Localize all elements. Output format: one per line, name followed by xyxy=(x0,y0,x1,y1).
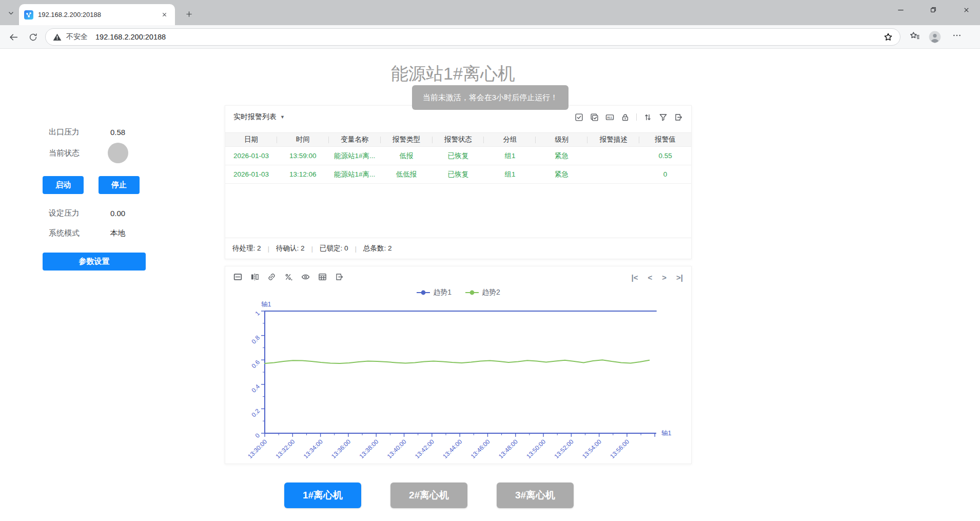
alarm-cell xyxy=(587,165,639,183)
column-header[interactable]: 分组 xyxy=(484,133,536,146)
field-label: 当前状态 xyxy=(43,148,90,158)
tab-search-chevron-button[interactable] xyxy=(3,5,18,21)
check-square-multiple-icon[interactable] xyxy=(590,113,599,122)
window-close-button[interactable] xyxy=(956,2,976,17)
alarm-panel: 实时报警列表 ▼ ALL 日期时间变量名称报警类型报警状态分组级别报警描述报警值… xyxy=(225,105,692,259)
lock-icon[interactable] xyxy=(621,113,630,122)
alarm-table-row[interactable]: 2026-01-0313:12:06能源站1#离...低低报已恢复组1紧急0 xyxy=(225,165,691,184)
alarm-cell: 2026-01-03 xyxy=(225,165,277,183)
export-icon[interactable] xyxy=(674,113,683,122)
alarm-cell: 低低报 xyxy=(381,165,433,183)
alarm-cell: 低报 xyxy=(381,147,433,165)
params-settings-button[interactable]: 参数设置 xyxy=(43,253,146,271)
svg-text:0.2: 0.2 xyxy=(250,407,261,418)
window-minimize-button[interactable] xyxy=(891,2,910,17)
url-text[interactable]: 192.168.2.200:20188 xyxy=(95,33,884,41)
legend-item[interactable]: 趋势2 xyxy=(465,288,500,297)
address-bar[interactable]: 不安全 192.168.2.200:20188 xyxy=(45,28,900,46)
field-label: 设定压力 xyxy=(43,208,90,218)
column-header[interactable]: 报警类型 xyxy=(381,133,433,146)
legend-marker xyxy=(416,290,430,295)
window-controls xyxy=(891,2,976,17)
alarm-table-row[interactable]: 2026-01-0313:59:00能源站1#离...低报已恢复组1紧急0.55 xyxy=(225,147,691,165)
link-icon[interactable] xyxy=(267,273,276,281)
field-row: 系统模式本地 xyxy=(43,227,146,239)
alarm-cell: 组1 xyxy=(484,165,536,183)
alarm-table-header: 日期时间变量名称报警类型报警状态分组级别报警描述报警值 xyxy=(225,132,691,147)
centrifuge-3-button[interactable]: 3#离心机 xyxy=(497,483,574,508)
svg-text:13:38:00: 13:38:00 xyxy=(358,438,380,460)
split-view-icon[interactable] xyxy=(250,273,259,281)
svg-text:13:56:00: 13:56:00 xyxy=(609,438,631,460)
browser-tabstrip: 192.168.2.200:20188 xyxy=(0,0,980,25)
panel-box-icon[interactable] xyxy=(233,273,242,281)
column-header[interactable]: 报警状态 xyxy=(433,133,484,146)
alarm-stats-bar: 待处理: 2|待确认: 2|已锁定: 0|总条数: 2 xyxy=(225,238,691,259)
alarm-list-title: 实时报警列表 xyxy=(233,112,277,122)
svg-text:13:34:00: 13:34:00 xyxy=(302,438,324,460)
refresh-button[interactable] xyxy=(25,29,41,45)
tab-title: 192.168.2.200:20188 xyxy=(38,11,154,18)
legend-item[interactable]: 趋势1 xyxy=(416,288,452,297)
page-last-button[interactable]: >| xyxy=(676,272,683,284)
page-next-button[interactable]: > xyxy=(662,272,667,284)
stats-separator: | xyxy=(311,245,313,253)
tab-close-icon[interactable] xyxy=(159,9,170,21)
all-box-icon[interactable]: ALL xyxy=(605,113,614,122)
svg-text:13:42:00: 13:42:00 xyxy=(414,438,436,460)
alarm-cell: 紧急 xyxy=(536,147,587,165)
column-header[interactable]: 报警描述 xyxy=(587,133,639,146)
toast-message: 当前未激活，将会在3小时后停止运行！ xyxy=(412,85,569,110)
svg-text:13:30:00: 13:30:00 xyxy=(246,438,268,460)
svg-text:13:36:00: 13:36:00 xyxy=(330,438,352,460)
svg-text:轴1: 轴1 xyxy=(661,430,672,437)
alarm-cell: 已恢复 xyxy=(433,165,484,183)
more-menu-icon[interactable] xyxy=(952,31,962,40)
eye-icon[interactable] xyxy=(301,273,310,281)
page-prev-button[interactable]: < xyxy=(648,272,653,284)
percent-icon[interactable] xyxy=(284,273,293,281)
alarm-cell: 0.55 xyxy=(639,147,691,165)
page-title: 能源站1#离心机 xyxy=(376,62,530,86)
centrifuge-1-button[interactable]: 1#离心机 xyxy=(284,483,361,508)
svg-text:轴1: 轴1 xyxy=(261,301,271,308)
column-header[interactable]: 日期 xyxy=(225,133,277,146)
svg-text:0.4: 0.4 xyxy=(250,383,261,394)
column-header[interactable]: 报警值 xyxy=(639,133,691,146)
browser-toolbar: 不安全 192.168.2.200:20188 xyxy=(0,25,980,49)
alarm-cell xyxy=(587,147,639,165)
favorites-list-icon[interactable] xyxy=(910,31,919,41)
window-restore-button[interactable] xyxy=(924,2,943,17)
start-button[interactable]: 启动 xyxy=(43,176,84,194)
field-row: 设定压力0.00 xyxy=(43,207,146,219)
sort-arrows-icon[interactable] xyxy=(643,113,652,122)
export-icon[interactable] xyxy=(335,273,344,281)
security-label[interactable]: 不安全 xyxy=(66,32,88,42)
column-header[interactable]: 变量名称 xyxy=(329,133,381,146)
column-header[interactable]: 级别 xyxy=(536,133,587,146)
field-value: 0.58 xyxy=(90,128,146,137)
stats-separator: | xyxy=(355,245,357,253)
alarm-table-body: 2026-01-0313:59:00能源站1#离...低报已恢复组1紧急0.55… xyxy=(225,147,691,184)
profile-avatar[interactable] xyxy=(929,31,941,43)
field-label: 系统模式 xyxy=(43,228,90,238)
table-icon[interactable] xyxy=(318,273,327,281)
legend-label: 趋势2 xyxy=(482,288,500,297)
browser-tab[interactable]: 192.168.2.200:20188 xyxy=(19,4,175,25)
filter-icon[interactable] xyxy=(659,113,668,122)
legend-label: 趋势1 xyxy=(433,288,452,297)
warning-triangle-icon[interactable] xyxy=(53,33,62,42)
favorites-star-icon[interactable] xyxy=(884,32,893,42)
new-tab-button[interactable] xyxy=(181,6,197,22)
centrifuge-2-button[interactable]: 2#离心机 xyxy=(390,483,467,508)
stop-button[interactable]: 停止 xyxy=(99,176,140,194)
svg-text:ALL: ALL xyxy=(607,115,613,119)
alarm-list-dropdown[interactable]: 实时报警列表 ▼ xyxy=(233,112,285,122)
alarm-cell: 13:59:00 xyxy=(277,147,329,165)
check-square-icon[interactable] xyxy=(575,113,583,122)
page-first-button[interactable]: |< xyxy=(632,272,638,284)
back-button[interactable] xyxy=(5,29,22,45)
alarm-cell: 13:12:06 xyxy=(277,165,329,183)
stats-item: 总条数: 2 xyxy=(363,244,392,253)
column-header[interactable]: 时间 xyxy=(277,133,329,146)
